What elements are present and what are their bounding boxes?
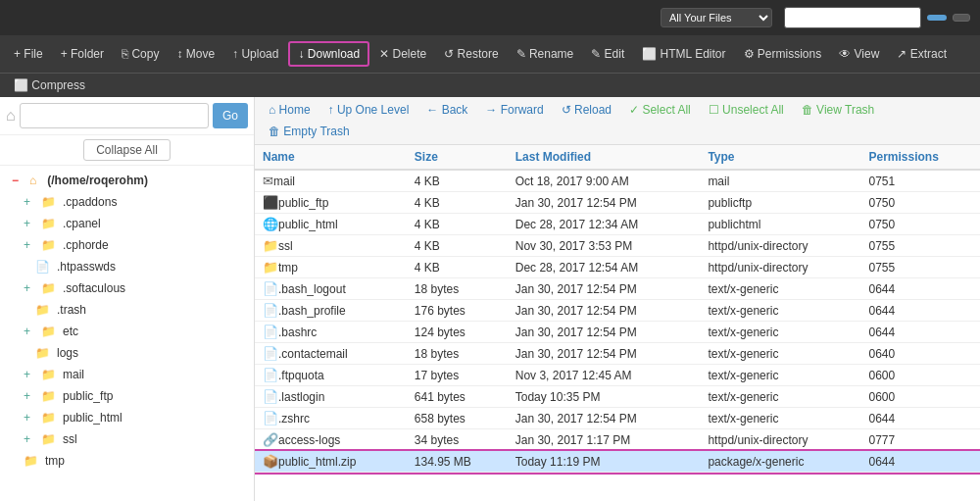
tree-item-mail[interactable]: + 📁 mail (0, 364, 254, 385)
folder-icon: 📁 (37, 324, 60, 339)
sidebar-search-input[interactable] (20, 103, 209, 128)
header: All Your Files Current Directory (0, 0, 980, 35)
cell-size: 4 KB (407, 214, 508, 235)
settings-button[interactable] (953, 14, 970, 22)
folder-icon: 📁 (37, 237, 60, 253)
plus-icon: + (20, 216, 34, 231)
tree-item-ssl[interactable]: + 📁 ssl (0, 428, 254, 450)
nav-home-button[interactable]: ⌂ Home (261, 100, 318, 120)
toolbar-download-button[interactable]: ↓ Download (288, 41, 369, 67)
file-icon: 📄 (31, 259, 54, 275)
cell-size: 124 bytes (407, 322, 508, 343)
cell-size: 641 bytes (407, 386, 508, 408)
toolbar-permissions-button[interactable]: ⚙ Permissions (736, 43, 830, 65)
nav-up-button[interactable]: ↑ Up One Level (320, 100, 417, 120)
tree-item-tmp[interactable]: 📁 tmp (0, 450, 254, 472)
table-row[interactable]: 🌐 public_html 4 KB Dec 28, 2017 12:34 AM… (255, 214, 980, 235)
text-file-icon: 📄 (263, 346, 278, 361)
table-row[interactable]: 🔗 access-logs 34 bytes Jan 30, 2017 1:17… (255, 429, 980, 451)
toolbar: + File + Folder ⎘ Copy ↕ Move ↑ Upload ↓… (0, 35, 980, 73)
compress-button[interactable]: ⬜ Compress (6, 75, 93, 95)
file-name-text: ssl (278, 239, 293, 253)
file-name-text: tmp (278, 261, 298, 275)
sidebar-collapse-section: Collapse All (0, 135, 254, 166)
table-row[interactable]: 📄 .bash_logout 18 bytes Jan 30, 2017 12:… (255, 278, 980, 300)
nav-select-all-button[interactable]: ✓ Select All (621, 100, 699, 120)
toolbar-view-button[interactable]: 👁 View (831, 43, 887, 65)
tree-item-public-html[interactable]: + 📁 public_html (0, 407, 254, 428)
folder-icon: 📁 (20, 453, 42, 469)
tree-item-cphorde[interactable]: + 📁 .cphorde (0, 234, 254, 256)
cell-permissions: 0750 (860, 192, 980, 214)
table-row[interactable]: 📄 .contactemail 18 bytes Jan 30, 2017 12… (255, 343, 980, 365)
tree-item-etc[interactable]: + 📁 etc (0, 321, 254, 342)
tree-item-trash[interactable]: 📁 .trash (0, 299, 254, 321)
tree-item-htpasswds[interactable]: 📄 .htpasswds (0, 256, 254, 277)
cell-permissions: 0644 (860, 451, 980, 473)
cell-type: mail (700, 170, 860, 192)
sidebar-go-button[interactable]: Go (213, 103, 248, 128)
table-row[interactable]: 📁 ssl 4 KB Nov 30, 2017 3:53 PM httpd/un… (255, 235, 980, 257)
cell-type: package/x-generic (700, 451, 860, 473)
nav-reload-button[interactable]: ↺ Reload (554, 100, 619, 120)
plus-icon: + (20, 410, 34, 426)
tree-item-logs[interactable]: 📁 logs (0, 342, 254, 364)
cell-permissions: 0751 (860, 170, 980, 192)
toolbar-copy-button[interactable]: ⎘ Copy (114, 43, 167, 65)
table-row[interactable]: 📦 public_html.zip 134.95 MB Today 11:19 … (255, 451, 980, 473)
toolbar-html-editor-button[interactable]: ⬜ HTML Editor (634, 43, 733, 65)
toolbar-rename-button[interactable]: ✎ Rename (509, 43, 582, 65)
tree-item-root[interactable]: − ⌂ (/home/roqerohm) (0, 170, 254, 191)
toolbar-file-button[interactable]: + File (6, 43, 51, 65)
tree-item-public-ftp[interactable]: + 📁 public_ftp (0, 385, 254, 407)
collapse-all-button[interactable]: Collapse All (83, 139, 171, 161)
toolbar-folder-button[interactable]: + Folder (53, 43, 112, 65)
nav-forward-button[interactable]: → Forward (477, 100, 551, 120)
cell-type: text/x-generic (700, 408, 860, 429)
toolbar-restore-button[interactable]: ↺ Restore (436, 43, 506, 65)
toolbar-extract-button[interactable]: ↗ Extract (889, 43, 955, 65)
nav-view-trash-button[interactable]: 🗑 View Trash (794, 100, 882, 120)
file-panel: ⌂ Home ↑ Up One Level ← Back → Forward ↺… (255, 97, 980, 501)
col-modified[interactable]: Last Modified (508, 145, 701, 170)
nav-empty-trash-button[interactable]: 🗑 Empty Trash (261, 122, 358, 141)
tree-item-cpaddons[interactable]: + 📁 .cpaddons (0, 191, 254, 213)
col-name[interactable]: Name (255, 145, 407, 170)
tree-item-softaculous[interactable]: + 📁 .softaculous (0, 277, 254, 299)
text-file-icon: 📄 (263, 303, 278, 318)
file-name-text: public_html (278, 218, 338, 231)
table-row[interactable]: 📄 .zshrc 658 bytes Jan 30, 2017 12:54 PM… (255, 408, 980, 429)
cell-modified: Jan 30, 2017 12:54 PM (508, 300, 701, 322)
table-row[interactable]: 📄 .bashrc 124 bytes Jan 30, 2017 12:54 P… (255, 322, 980, 343)
nav-back-button[interactable]: ← Back (418, 100, 475, 120)
text-file-icon: 📄 (263, 411, 278, 426)
search-input[interactable] (784, 7, 921, 28)
cell-name: 📄 .lastlogin (255, 386, 407, 408)
cell-name: 📄 .zshrc (255, 408, 407, 429)
folder-link-icon: 🔗 (263, 432, 278, 447)
cell-size: 176 bytes (407, 300, 508, 322)
cell-name: ⬛ public_ftp (255, 192, 407, 214)
table-row[interactable]: 📄 .bash_profile 176 bytes Jan 30, 2017 1… (255, 300, 980, 322)
search-scope-select[interactable]: All Your Files Current Directory (661, 8, 772, 27)
search-go-button[interactable] (927, 15, 947, 21)
table-row[interactable]: ⬛ public_ftp 4 KB Jan 30, 2017 12:54 PM … (255, 192, 980, 214)
nav-unselect-all-button[interactable]: ☐ Unselect All (701, 100, 792, 120)
table-row[interactable]: 📁 tmp 4 KB Dec 28, 2017 12:54 AM httpd/u… (255, 257, 980, 278)
toolbar-upload-button[interactable]: ↑ Upload (224, 43, 286, 65)
table-row[interactable]: 📄 .lastlogin 641 bytes Today 10:35 PM te… (255, 386, 980, 408)
toolbar-edit-button[interactable]: ✎ Edit (583, 43, 632, 65)
tree-item-cpanel[interactable]: + 📁 .cpanel (0, 213, 254, 234)
table-row[interactable]: ✉ mail 4 KB Oct 18, 2017 9:00 AM mail 07… (255, 170, 980, 192)
home-nav-icon: ⌂ (6, 103, 16, 128)
cell-type: text/x-generic (700, 343, 860, 365)
table-row[interactable]: 📄 .ftpquota 17 bytes Nov 3, 2017 12:45 A… (255, 365, 980, 386)
file-name-text: access-logs (278, 433, 340, 447)
col-type[interactable]: Type (700, 145, 860, 170)
toolbar-move-button[interactable]: ↕ Move (169, 43, 222, 65)
sidebar: ⌂ Go Collapse All − ⌂ (/home/roqerohm) +… (0, 97, 255, 501)
minus-icon: − (8, 173, 23, 188)
col-size[interactable]: Size (407, 145, 508, 170)
toolbar-delete-button[interactable]: ✕ Delete (371, 43, 434, 65)
col-permissions[interactable]: Permissions (860, 145, 980, 170)
